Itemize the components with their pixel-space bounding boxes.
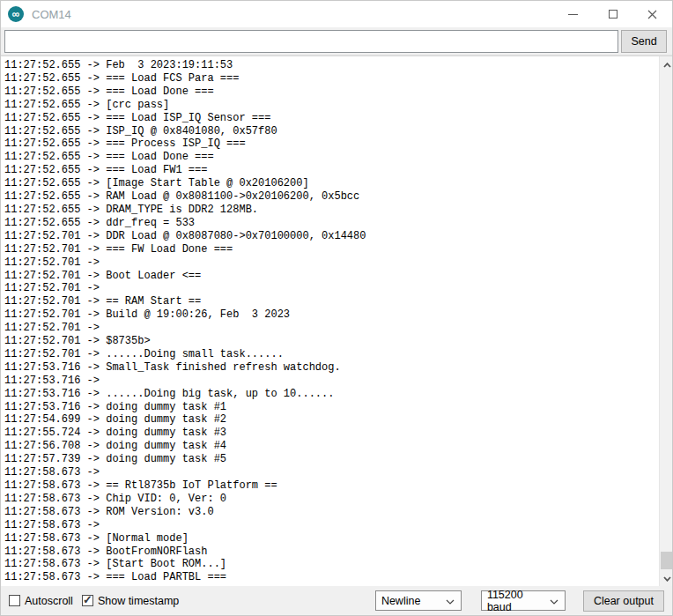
console-line: 11:27:52.701 -> Boot Loader <== — [4, 270, 659, 283]
console-line: 11:27:52.655 -> [Image Start Table @ 0x2… — [4, 177, 659, 190]
scroll-up-button[interactable] — [660, 57, 673, 72]
console-line: 11:27:53.716 -> Small_Task finished refr… — [4, 361, 659, 375]
console-line: 11:27:52.655 -> RAM Load @ 0x8081100->0x… — [4, 190, 659, 204]
console-line: 11:27:58.673 -> — [4, 466, 659, 479]
console-line: 11:27:52.655 -> ISP_IQ @ 0x8401080, 0x57… — [4, 125, 659, 138]
show-timestamp-checkbox[interactable] — [82, 595, 93, 606]
console-scrollbar[interactable] — [659, 56, 673, 587]
chevron-down-icon — [663, 576, 671, 582]
bottom-toolbar: Autoscroll Show timestamp Newline 115200… — [1, 586, 672, 615]
console-line: 11:27:58.673 -> === Load PARTBL === — [4, 571, 659, 584]
chevron-up-icon — [663, 63, 671, 68]
scrollbar-thumb[interactable] — [661, 552, 673, 569]
console-line: 11:27:52.655 -> === Load FCS Para === — [4, 72, 659, 85]
console-line: 11:27:53.716 -> doing dummy task #1 — [4, 401, 659, 414]
console-line: 11:27:58.673 -> [Normal mode] — [4, 532, 659, 545]
console-log[interactable]: 11:27:52.655 -> Feb 3 2023:19:11:5311:27… — [1, 56, 659, 587]
serial-input[interactable] — [4, 30, 618, 53]
console-line: 11:27:52.655 -> [crc pass] — [4, 99, 659, 112]
console-line: 11:27:52.655 -> === Load Done === — [4, 151, 659, 164]
bottom-right-controls: Newline 115200 baud Clear output — [375, 590, 664, 612]
console-line: 11:27:58.673 -> Chip VID: 0, Ver: 0 — [4, 493, 659, 506]
console-line: 11:27:52.701 -> — [4, 322, 659, 335]
console-output: 11:27:52.655 -> Feb 3 2023:19:11:5311:27… — [1, 56, 673, 588]
baud-rate-dropdown[interactable]: 115200 baud — [481, 590, 566, 611]
console-line: 11:27:56.708 -> doing dummy task #4 — [4, 440, 659, 453]
maximize-button[interactable] — [593, 1, 632, 27]
console-line: 11:27:52.701 -> DDR Load @ 0x8087080->0x… — [4, 230, 659, 243]
window-title: COM14 — [32, 8, 71, 21]
console-line: 11:27:58.673 -> == Rtl8735b IoT Platform… — [4, 479, 659, 493]
console-line: 11:27:54.699 -> doing dummy task #2 — [4, 413, 659, 427]
autoscroll-checkbox[interactable] — [9, 595, 20, 606]
console-line: 11:27:55.724 -> doing dummy task #3 — [4, 427, 659, 440]
show-timestamp-control[interactable]: Show timestamp — [82, 595, 179, 607]
console-line: 11:27:52.655 -> Feb 3 2023:19:11:53 — [4, 59, 659, 72]
console-line: 11:27:52.701 -> — [4, 282, 659, 295]
console-line: 11:27:58.673 -> [Start Boot ROM...] — [4, 558, 659, 571]
titlebar: ∞ COM14 — [1, 1, 672, 27]
console-line: 11:27:58.673 -> BootFromNORFlash — [4, 545, 659, 559]
minimize-button[interactable] — [553, 1, 593, 27]
scroll-down-button[interactable] — [660, 571, 673, 586]
console-line: 11:27:53.716 -> ......Doing big task, up… — [4, 388, 659, 401]
baud-rate-value: 115200 baud — [487, 589, 545, 613]
console-line: 11:27:52.701 -> Build @ 19:00:26, Feb 3 … — [4, 308, 659, 322]
console-line: 11:27:58.673 -> ROM Version: v3.0 — [4, 506, 659, 519]
send-row: Send — [1, 27, 672, 56]
close-icon — [647, 10, 657, 19]
console-line: 11:27:52.701 -> $8735b> — [4, 335, 659, 348]
autoscroll-control[interactable]: Autoscroll — [9, 595, 73, 607]
console-line: 11:27:52.655 -> === Process ISP_IQ === — [4, 137, 659, 151]
autoscroll-label: Autoscroll — [25, 595, 73, 607]
console-line: 11:27:57.739 -> doing dummy task #5 — [4, 453, 659, 466]
console-line: 11:27:58.673 -> — [4, 519, 659, 532]
chevron-down-icon — [446, 599, 455, 605]
maximize-icon — [609, 10, 618, 19]
console-line: 11:27:52.655 -> ddr_freq = 533 — [4, 217, 659, 230]
close-button[interactable] — [632, 1, 672, 27]
console-line: 11:27:52.701 -> === FW Load Done === — [4, 243, 659, 256]
console-line: 11:27:52.701 -> — [4, 256, 659, 270]
clear-output-button[interactable]: Clear output — [583, 590, 664, 612]
console-line: 11:27:53.716 -> — [4, 375, 659, 388]
window-controls — [553, 1, 672, 27]
serial-monitor-window: ∞ COM14 Send 11:27:52.655 -> Feb 3 2023:… — [0, 0, 673, 616]
console-line: 11:27:52.655 -> === Load FW1 === — [4, 164, 659, 177]
show-timestamp-label: Show timestamp — [98, 595, 179, 607]
chevron-down-icon — [550, 599, 558, 605]
minimize-icon — [568, 14, 578, 15]
arduino-icon: ∞ — [8, 6, 24, 22]
console-line: 11:27:52.701 -> ......Doing small task..… — [4, 348, 659, 361]
line-ending-value: Newline — [381, 595, 420, 607]
console-line: 11:27:52.701 -> == RAM Start == — [4, 295, 659, 308]
line-ending-dropdown[interactable]: Newline — [375, 590, 462, 611]
console-line: 11:27:52.655 -> === Load ISP_IQ Sensor =… — [4, 112, 659, 125]
console-line: 11:27:52.655 -> === Load Done === — [4, 85, 659, 99]
send-button[interactable]: Send — [621, 30, 667, 53]
console-line: 11:27:52.655 -> DRAM_TYPE is DDR2 128MB. — [4, 204, 659, 217]
